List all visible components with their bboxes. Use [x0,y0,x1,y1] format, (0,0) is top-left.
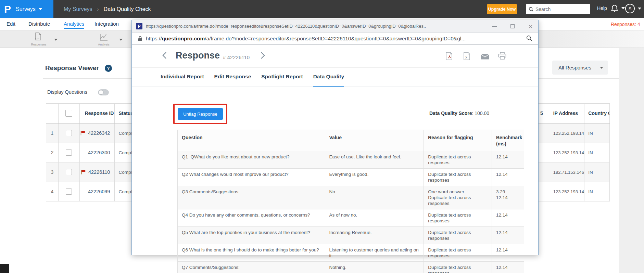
value-cell: Everything is good. [325,169,424,186]
select-all-checkbox[interactable] [65,110,72,117]
account-menu[interactable]: S [625,4,641,13]
responses-doc-icon [34,32,42,41]
response-id-header[interactable]: Response ID [80,104,115,123]
maximize-button[interactable] [510,24,515,28]
value-cell: Increasing Revenue. [325,227,424,244]
chevron-down-icon[interactable] [119,39,123,41]
row-checkbox[interactable] [66,188,72,195]
reason-header: Reason for flagging [424,130,492,151]
flag-icon [81,170,86,174]
export-pdf-icon[interactable] [445,52,453,61]
toolbar-responses-label: Responses [20,43,58,46]
product-label: Surveys [16,6,36,12]
reason-cell: One word answerDuplicate text across res… [424,186,492,209]
minimize-button[interactable] [492,26,497,27]
row-checkbox[interactable] [66,150,72,156]
top-bar: P Surveys My Surveys › Data Quality Chec… [0,0,644,18]
row-number: 2 [46,143,59,162]
tab-spotlight-report[interactable]: Spotlight Report [261,67,303,87]
data-quality-score: Data Quality Score: 100.00 [429,110,489,116]
ip-address-header: IP Address [549,104,585,123]
value-cell: No [325,186,424,209]
response-id-cell[interactable]: 42226110 [80,162,115,182]
close-button[interactable]: ✕ [528,24,533,29]
ip-address-cell: 123.252.193.148 [549,143,585,162]
response-id-link[interactable]: 42226300 [88,150,110,155]
bottom-left-widget[interactable] [0,264,9,273]
breadcrumb-separator: › [97,6,99,12]
export-excel-icon[interactable]: x̄ [463,52,470,61]
benchmark-header: Benchmark (ms) [492,130,524,151]
response-id-cell[interactable]: 42226300 [80,143,115,162]
value-cell: Nothing. [325,262,424,273]
tab-distribute[interactable]: Distribute [28,21,50,28]
question-header: Question [178,130,325,151]
next-response-button[interactable] [261,52,265,59]
tab-data-quality[interactable]: Data Quality [313,67,344,87]
breadcrumb-current: Data Quality Check [104,6,151,12]
help-link[interactable]: Help [597,5,607,11]
help-icon[interactable]: ? [105,65,112,72]
upgrade-now-button[interactable]: Upgrade Now [487,4,517,14]
data-quality-row: Q7 Comments/Suggestions:Nothing.Duplicat… [178,262,524,273]
data-quality-table-header: Question Value Reason for flagging Bench… [178,130,524,151]
benchmark-cell: 12.14 [492,169,524,186]
ip-address-cell: 123.252.193.148 [549,182,585,202]
breadcrumb-my-surveys[interactable]: My Surveys [64,6,92,12]
tab-individual-report[interactable]: Individual Report [161,67,204,87]
lock-icon [138,36,142,41]
response-id-cell[interactable]: 42226099 [80,182,115,202]
search-input[interactable] [535,6,583,12]
display-questions-toggle[interactable] [98,89,109,95]
search-box[interactable] [526,4,590,14]
tab-analytics[interactable]: Analytics [64,21,84,29]
data-quality-row: Q4 Do you have any other comments, quest… [178,209,524,227]
response-id-cell[interactable]: 42226342 [80,124,115,143]
tab-integration[interactable]: Integration [94,21,119,28]
row-number: 1 [46,124,59,143]
reason-cell: Duplicate text across responses [424,151,492,169]
value-cell: As of now no. [325,209,424,227]
checkbox-cell [59,162,80,182]
data-quality-row: Q3 Comments/Suggestions:NoOne word answe… [178,186,524,209]
address-bar[interactable]: https://questionpro.com/a/frame.do?mode=… [132,32,538,45]
previous-response-button[interactable] [162,52,167,59]
question-cell: Q3 Comments/Suggestions: [178,186,325,209]
print-icon[interactable] [498,52,506,60]
response-id-link[interactable]: 42226342 [88,130,110,136]
zoom-icon[interactable] [526,35,532,41]
response-filter-value: All Responses [558,65,591,70]
response-id-link[interactable]: 42226099 [88,189,110,194]
bell-icon [611,4,618,12]
response-id-link[interactable]: 42226110 [88,169,110,175]
svg-text:x̄: x̄ [465,55,467,59]
data-quality-row: Q2 What changes would most improve our p… [178,169,524,186]
toolbar-responses[interactable]: Responses [20,32,58,47]
toolbar-analysis[interactable]: Analysis [85,32,123,47]
row-checkbox[interactable] [66,130,72,136]
window-titlebar[interactable]: P https://questionpro.com/a/frame.do?mod… [132,20,538,32]
chevron-down-icon[interactable] [54,39,58,41]
address-url: https://questionpro.com/a/frame.do?mode=… [146,36,516,42]
response-filter-dropdown[interactable]: All Responses [552,61,608,75]
product-switcher[interactable]: P Surveys [0,0,53,18]
checkbox-cell [59,124,80,143]
unflag-response-button[interactable]: Unflag Response [178,108,223,120]
email-icon[interactable] [481,54,489,60]
tab-edit[interactable]: Edit [7,21,15,28]
reason-cell: Duplicate text across responses [424,227,492,244]
avatar: S [625,4,635,13]
reason-cell: Duplicate text across responses [424,209,492,227]
data-quality-table: Question Value Reason for flagging Bench… [177,130,524,273]
reason-cell: Duplicate text across responses [424,244,492,262]
ip-address-cell: 182.71.153.146 [549,162,585,182]
tab-edit-response[interactable]: Edit Response [214,67,251,87]
right-gutter [619,48,644,273]
row-number: 4 [46,182,59,202]
row-checkbox[interactable] [66,169,72,175]
search-icon [529,7,533,12]
value-header: Value [325,130,424,151]
notifications-button[interactable] [611,4,625,12]
response-title: Response [176,50,220,61]
checkbox-cell [59,143,80,162]
